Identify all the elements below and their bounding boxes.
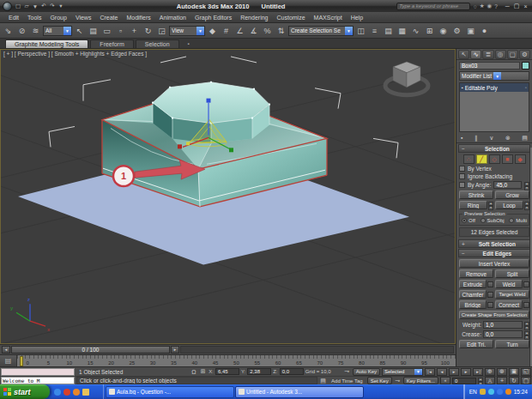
- tray-icon-2[interactable]: [488, 389, 494, 395]
- next-frame-icon[interactable]: ►: [461, 368, 471, 376]
- time-slider-thumb[interactable]: 0 / 100: [11, 346, 170, 354]
- save-file-icon[interactable]: ▼: [31, 2, 39, 11]
- ring-spinner[interactable]: ▲▼: [488, 202, 493, 209]
- weight-field[interactable]: 1,0: [483, 321, 523, 329]
- motion-tab-icon[interactable]: ◎: [495, 50, 506, 59]
- close-button[interactable]: ×: [522, 3, 529, 9]
- dropdown-arrow-icon[interactable]: ▾: [493, 72, 501, 80]
- menu-help[interactable]: Help: [347, 15, 367, 21]
- dropdown-arrow-icon[interactable]: ▾: [414, 369, 422, 375]
- layer-manager-icon[interactable]: ▤: [382, 24, 395, 37]
- rendered-frame-icon[interactable]: ▣: [464, 24, 477, 37]
- redo-icon[interactable]: ↷: [48, 2, 57, 11]
- tab-freeform[interactable]: Freeform: [90, 39, 133, 48]
- key-mode-icon[interactable]: ⊸: [394, 378, 402, 384]
- modify-tab-icon[interactable]: ∿: [470, 50, 481, 59]
- select-object-icon[interactable]: ↖: [73, 24, 86, 37]
- maxscript-mini-listener[interactable]: Welcome to M: [1, 377, 75, 384]
- go-to-start-icon[interactable]: |◄: [425, 368, 435, 376]
- menu-create[interactable]: Create: [95, 15, 122, 21]
- key-filters-button[interactable]: Key Filters...: [403, 377, 438, 384]
- menu-tools[interactable]: Tools: [23, 15, 45, 21]
- edit-edges-rollout-header[interactable]: −Edit Edges: [458, 249, 530, 257]
- remove-button[interactable]: Remove: [459, 269, 493, 278]
- zoom-region-icon[interactable]: ◱: [521, 368, 531, 376]
- angle-snap-icon[interactable]: ∡: [247, 24, 260, 37]
- render-production-icon[interactable]: ●: [478, 24, 491, 37]
- time-tag-icon[interactable]: ▤: [319, 378, 327, 384]
- viewport[interactable]: [ + ] [ Perspective ] [ Smooth + Highlig…: [0, 49, 456, 344]
- tray-icon-3[interactable]: [497, 389, 503, 395]
- by-angle-checkbox[interactable]: [459, 182, 465, 188]
- target-weld-button[interactable]: Target Weld: [495, 290, 529, 299]
- app-logo-icon[interactable]: [3, 2, 12, 11]
- fov-icon[interactable]: ◬: [485, 377, 495, 384]
- render-setup-icon[interactable]: ⚙: [450, 24, 463, 37]
- add-time-tag[interactable]: Add Time Tag: [329, 377, 366, 384]
- select-and-manipulate-icon[interactable]: ◆: [206, 24, 219, 37]
- edge-subobject-icon[interactable]: ╱: [476, 154, 487, 164]
- menu-edit[interactable]: Edit: [4, 15, 23, 21]
- object-color-swatch[interactable]: [522, 62, 529, 70]
- menu-modifiers[interactable]: Modifiers: [122, 15, 154, 21]
- absolute-mode-icon[interactable]: ⊞: [199, 368, 207, 375]
- communication-center-icon[interactable]: ★: [478, 3, 486, 9]
- border-subobject-icon[interactable]: ◇: [489, 154, 500, 164]
- select-by-name-icon[interactable]: ▤: [87, 24, 100, 37]
- graphite-ribbon-toggle-icon[interactable]: ▦: [396, 24, 408, 37]
- menu-rendering[interactable]: Rendering: [236, 15, 272, 21]
- restore-button[interactable]: ▢: [511, 3, 522, 9]
- current-frame-marker[interactable]: [20, 356, 23, 366]
- pan-hand-icon[interactable]: +: [497, 377, 507, 384]
- viewport-label[interactable]: [ + ] [ Perspective ] [ Smooth + Highlig…: [3, 51, 147, 57]
- search-history-icon[interactable]: ○: [472, 3, 478, 9]
- show-end-result-icon[interactable]: ∥: [475, 135, 478, 142]
- create-shape-button[interactable]: Create Shape From Selection: [459, 311, 529, 319]
- tray-icon-4[interactable]: [505, 389, 511, 395]
- new-scene-icon[interactable]: ▢: [14, 2, 22, 11]
- stack-item-editable-poly[interactable]: ▪Editable Poly◦: [460, 83, 529, 92]
- select-and-link-icon[interactable]: ⇘: [2, 24, 15, 37]
- select-and-rotate-icon[interactable]: ↻: [142, 24, 154, 37]
- ring-button[interactable]: Ring: [459, 201, 487, 209]
- chamfer-button[interactable]: Chamfer: [459, 290, 487, 299]
- soft-selection-rollout-header[interactable]: +Soft Selection: [458, 239, 530, 248]
- menu-views[interactable]: Views: [71, 15, 96, 21]
- modifier-list-dropdown[interactable]: Modifier List ▾: [459, 71, 529, 81]
- connect-settings-button[interactable]: [523, 302, 529, 308]
- task-3dsmax[interactable]: Untitled - Autodesk 3...: [235, 386, 364, 398]
- turn-button[interactable]: Turn: [495, 340, 529, 348]
- current-frame-field[interactable]: 0: [452, 378, 476, 384]
- set-keys-icon[interactable]: ⊸: [343, 368, 351, 375]
- favorites-icon[interactable]: ◉: [486, 3, 493, 9]
- crease-field[interactable]: 0,0: [483, 330, 523, 338]
- selection-lock-icon[interactable]: Ω: [190, 369, 197, 375]
- quick-launch-icon-4[interactable]: [82, 389, 89, 396]
- object-name-field[interactable]: Box03: [459, 62, 520, 70]
- spinner-snap-icon[interactable]: ⇅: [275, 24, 287, 37]
- infocenter-help-icon[interactable]: ?: [493, 3, 499, 9]
- auto-key-button[interactable]: Auto Key: [353, 368, 380, 376]
- play-icon[interactable]: ►: [449, 368, 459, 376]
- window-crossing-icon[interactable]: ▫: [114, 24, 127, 37]
- time-slider-left-arrow[interactable]: ◄: [2, 346, 10, 354]
- z-coordinate-field[interactable]: 0,0: [280, 368, 304, 375]
- named-selection-sets-dropdown[interactable]: Create Selection Se▾: [288, 26, 354, 36]
- split-button[interactable]: Split: [495, 269, 529, 278]
- by-vertex-checkbox[interactable]: [459, 166, 465, 172]
- configure-modifier-sets-icon[interactable]: ▤: [522, 135, 528, 142]
- rect-selection-region-icon[interactable]: ▭: [100, 24, 113, 37]
- connect-button[interactable]: Connect: [495, 300, 523, 309]
- preview-off-radio[interactable]: Off: [462, 218, 475, 223]
- extrude-button[interactable]: Extrude: [459, 280, 487, 288]
- weld-button[interactable]: Weld: [495, 280, 523, 288]
- utilities-tab-icon[interactable]: ⚙: [519, 50, 530, 59]
- dropd-arrow-icon[interactable]: ▾: [63, 27, 71, 35]
- menu-graph-editors[interactable]: Graph Editors: [190, 15, 236, 21]
- x-coordinate-field[interactable]: 6,45: [215, 368, 239, 375]
- curve-editor-icon[interactable]: ∿: [409, 24, 422, 37]
- bridge-button[interactable]: Bridge: [459, 300, 487, 309]
- previous-frame-icon[interactable]: ◄: [437, 368, 447, 376]
- make-unique-icon[interactable]: ∨: [489, 135, 493, 142]
- display-tab-icon[interactable]: ▢: [507, 50, 518, 59]
